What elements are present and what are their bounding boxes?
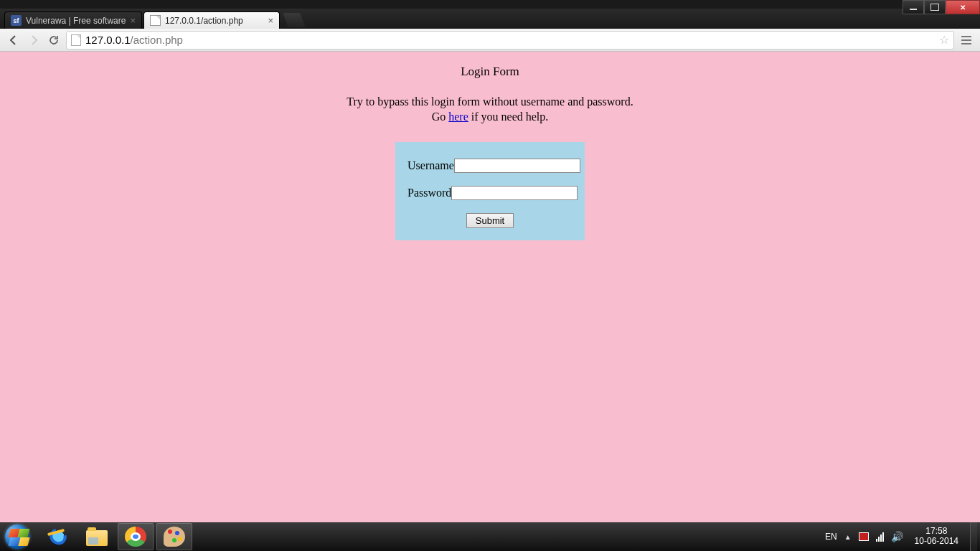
forward-button[interactable] [26,32,42,48]
window-controls [903,0,980,14]
chrome-menu-button[interactable] [958,32,974,48]
tab-action-php[interactable]: 127.0.0.1/action.php × [143,11,280,29]
help-text: Go here if you need help. [0,110,980,125]
instruction-text: Try to bypass this login form without us… [0,95,980,110]
language-indicator[interactable]: EN [825,532,837,542]
back-button[interactable] [6,32,22,48]
taskbar-ie[interactable] [40,523,76,550]
help-link[interactable]: here [448,110,468,123]
sourceforge-favicon-icon: sf [11,15,22,26]
taskbar-chrome[interactable] [118,523,154,550]
submit-button[interactable]: Submit [466,213,514,228]
address-bar[interactable]: 127.0.0.1/action.php ☆ [66,31,954,50]
tab-strip: sf Vulnerawa | Free software × 127.0.0.1… [0,9,980,29]
tray-app-icon[interactable] [859,532,869,541]
reload-button[interactable] [46,32,62,48]
close-tab-icon[interactable]: × [130,15,136,26]
titlebar [0,0,980,9]
bookmark-star-icon[interactable]: ☆ [939,33,949,47]
tray-overflow-icon[interactable]: ▲ [844,533,852,541]
pinned-apps [40,522,192,551]
page-icon [71,34,81,46]
clock-date: 10-06-2014 [915,537,958,547]
url-text: 127.0.0.1/action.php [85,34,183,46]
clock-time: 17:58 [915,527,958,537]
windows-logo-icon [5,524,29,549]
volume-icon[interactable]: 🔊 [891,531,903,542]
tab-vulnerawa[interactable]: sf Vulnerawa | Free software × [4,11,142,29]
username-input[interactable] [454,159,580,173]
close-window-button[interactable] [946,0,980,14]
tab-title: 127.0.0.1/action.php [165,16,263,26]
password-label: Password [407,187,451,199]
blank-page-favicon-icon [150,15,161,26]
network-signal-icon[interactable] [876,532,884,542]
chrome-icon [125,527,146,547]
taskbar-explorer[interactable] [79,523,115,550]
internet-explorer-icon [47,527,69,547]
maximize-button[interactable] [924,0,946,14]
close-tab-icon[interactable]: × [268,15,273,26]
clock[interactable]: 17:58 10-06-2014 [910,527,963,547]
password-input[interactable] [451,186,578,200]
tab-title: Vulnerawa | Free software [26,16,126,26]
new-tab-button[interactable] [283,13,305,27]
show-desktop-button[interactable] [970,522,977,551]
start-button[interactable] [0,522,34,551]
minimize-button[interactable] [903,0,924,14]
paint-icon [164,527,185,547]
username-label: Username [407,159,454,172]
file-explorer-icon [86,530,108,546]
taskbar-paint[interactable] [156,523,192,550]
page-content: Login Form Try to bypass this login form… [0,52,980,522]
login-form: Username Password Submit [395,142,585,240]
browser-toolbar: 127.0.0.1/action.php ☆ [0,29,980,52]
page-title: Login Form [0,65,980,79]
taskbar: EN ▲ 🔊 17:58 10-06-2014 [0,522,980,551]
system-tray: EN ▲ 🔊 17:58 10-06-2014 [825,522,980,551]
